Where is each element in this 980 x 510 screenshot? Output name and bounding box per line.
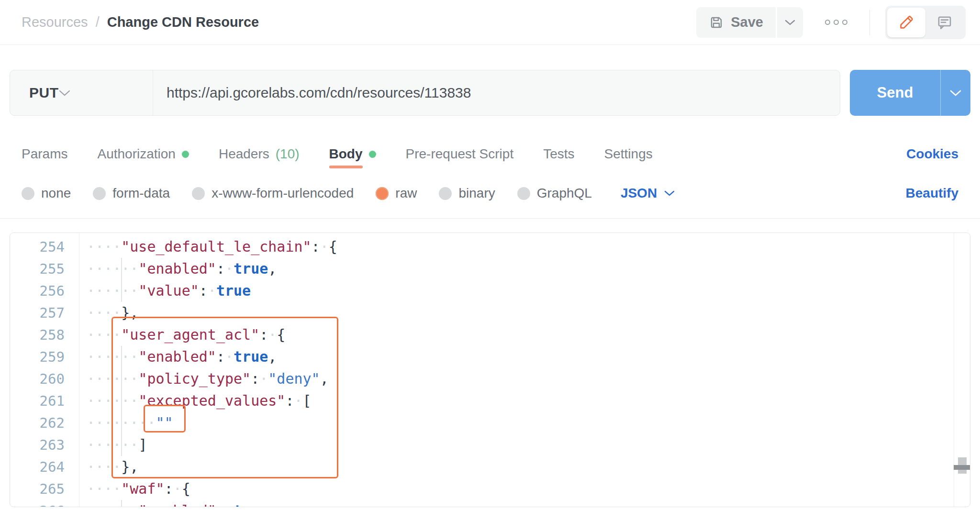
whitespace-dots: ····: [87, 480, 121, 497]
whitespace-dots: ·: [208, 282, 216, 299]
whitespace-dots: ····: [87, 238, 121, 255]
scrollbar-handle-icon[interactable]: [954, 465, 970, 470]
body-mode-graphql[interactable]: GraphQL: [517, 186, 592, 201]
line-number: 259: [10, 346, 65, 368]
annotation-box-user-agent-acl: [111, 317, 338, 478]
token-key: "waf": [121, 480, 164, 497]
body-mode-x-www-form-urlencoded[interactable]: x-www-form-urlencoded: [192, 186, 354, 201]
view-toggle-group: [885, 6, 966, 39]
indent-guide: [121, 500, 122, 507]
save-options-button[interactable]: [777, 7, 803, 38]
breadcrumb-separator: /: [96, 14, 100, 30]
chevron-down-icon: [950, 90, 961, 96]
header: Resources / Change CDN Resource Save: [0, 0, 980, 45]
request-tabs: ParamsAuthorizationHeaders(10)BodyPre-re…: [22, 142, 958, 166]
token-punc: :: [199, 282, 208, 299]
body-mode-none[interactable]: none: [22, 186, 71, 201]
tab-label: Settings: [604, 142, 653, 166]
cookies-link[interactable]: Cookies: [906, 146, 958, 162]
tab-label: Params: [22, 142, 67, 166]
save-button-label: Save: [731, 14, 763, 30]
mode-label: form-data: [112, 186, 170, 201]
tab-settings[interactable]: Settings: [604, 142, 653, 166]
line-number: 255: [10, 258, 65, 280]
token-punc: {: [182, 480, 190, 497]
line-number: 257: [10, 302, 65, 324]
tab-label: Pre-request Script: [406, 142, 514, 166]
mode-label: none: [41, 186, 71, 201]
line-number: 258: [10, 324, 65, 346]
line-number: 262: [10, 412, 65, 434]
token-punc: :: [216, 260, 225, 277]
tab-headers[interactable]: Headers(10): [219, 142, 300, 166]
mode-label: binary: [458, 186, 495, 201]
page-title: Change CDN Resource: [107, 14, 259, 30]
save-button[interactable]: Save: [696, 7, 776, 38]
code-line-256[interactable]: ······"value":·true: [87, 280, 954, 302]
more-options-icon: [825, 20, 830, 25]
token-key: "use_default_le_chain": [121, 238, 311, 255]
line-number: 254: [10, 236, 65, 258]
body-editor[interactable]: 254255256257258259260261262263264265266 …: [10, 233, 970, 507]
method-select[interactable]: PUT: [10, 70, 153, 115]
line-number: 260: [10, 368, 65, 390]
tab-body[interactable]: Body: [329, 142, 376, 166]
tab-tests[interactable]: Tests: [543, 142, 574, 166]
line-number: 264: [10, 456, 65, 478]
token-punc: :: [216, 502, 225, 507]
more-options-button[interactable]: [825, 20, 847, 25]
code-line-265[interactable]: ····"waf":·{: [87, 478, 954, 500]
whitespace-dots: ·: [173, 480, 182, 497]
code-line-266[interactable]: ······"enabled":·true: [87, 500, 954, 507]
code-line-255[interactable]: ······"enabled":·true,: [87, 258, 954, 280]
pencil-icon: [898, 14, 914, 31]
url-input[interactable]: [153, 70, 840, 115]
request-bar: PUT Send: [10, 70, 970, 116]
active-tab-underline: [329, 166, 363, 168]
edit-mode-button[interactable]: [887, 8, 925, 37]
header-actions: Save: [696, 6, 966, 39]
chevron-down-icon: [664, 190, 675, 196]
line-number: 266: [10, 500, 65, 507]
comment-icon: [936, 14, 953, 31]
line-number: 261: [10, 390, 65, 412]
whitespace-dots: ·: [225, 502, 234, 507]
send-options-button[interactable]: [941, 70, 970, 116]
tab-pre-request-script[interactable]: Pre-request Script: [406, 142, 514, 166]
whitespace-dots: ·: [225, 260, 234, 277]
beautify-link[interactable]: Beautify: [906, 186, 958, 201]
token-punc: :: [312, 238, 320, 255]
radio-icon: [93, 187, 106, 200]
tab-params[interactable]: Params: [22, 142, 67, 166]
token-punc: ,: [268, 260, 277, 277]
url-field: PUT: [10, 70, 840, 116]
token-punc: {: [329, 238, 337, 255]
breadcrumb: Resources / Change CDN Resource: [22, 14, 259, 30]
mode-label: raw: [395, 186, 417, 201]
tab-label: Headers: [219, 142, 269, 166]
mode-label: x-www-form-urlencoded: [212, 186, 354, 201]
body-mode-form-data[interactable]: form-data: [93, 186, 170, 201]
json-language-select[interactable]: JSON: [621, 186, 675, 201]
token-punc: :: [165, 480, 173, 497]
tab-label: Authorization: [97, 142, 175, 166]
method-label: PUT: [10, 85, 59, 101]
whitespace-dots: ······: [87, 260, 138, 277]
annotation-box-empty-string: [144, 405, 186, 432]
status-dot-icon: [369, 151, 376, 158]
body-mode-binary[interactable]: binary: [439, 186, 495, 201]
app-window: Resources / Change CDN Resource Save: [0, 0, 980, 510]
tab-authorization[interactable]: Authorization: [97, 142, 189, 166]
body-mode-raw[interactable]: raw: [376, 186, 417, 201]
code-line-254[interactable]: ····"use_default_le_chain":·{: [87, 236, 954, 258]
line-number-gutter: 254255256257258259260261262263264265266: [10, 233, 79, 507]
language-label: JSON: [621, 186, 657, 201]
radio-icon: [517, 187, 530, 200]
send-button[interactable]: Send: [850, 70, 940, 116]
header-divider: [869, 10, 870, 35]
radio-icon: [376, 187, 389, 200]
token-bool: true: [216, 282, 251, 299]
breadcrumb-parent[interactable]: Resources: [22, 14, 88, 30]
line-number: 256: [10, 280, 65, 302]
comments-button[interactable]: [925, 8, 964, 37]
